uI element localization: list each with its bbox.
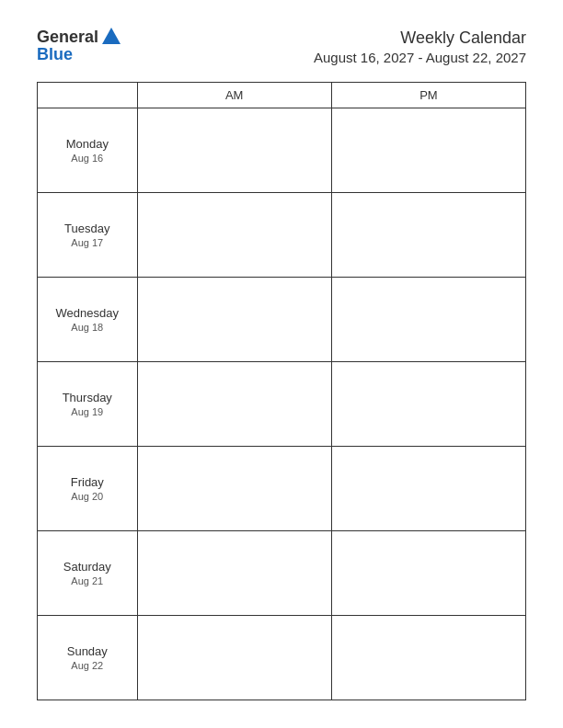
pm-cell-sunday <box>331 615 525 700</box>
am-cell-tuesday <box>137 192 331 277</box>
day-date: Aug 19 <box>41 406 133 417</box>
calendar-title: Weekly Calendar <box>314 28 526 49</box>
logo-triangle-icon <box>102 28 121 44</box>
am-cell-wednesday <box>137 277 331 361</box>
day-name: Saturday <box>41 560 133 574</box>
table-row: ThursdayAug 19 <box>38 361 526 446</box>
day-name: Monday <box>41 137 133 151</box>
day-name: Wednesday <box>41 306 133 320</box>
col-header-pm: PM <box>331 82 525 108</box>
day-name: Thursday <box>41 391 133 404</box>
pm-cell-saturday <box>331 530 525 615</box>
logo-blue: Blue <box>37 46 73 63</box>
day-cell-thursday: ThursdayAug 19 <box>38 361 138 446</box>
col-header-empty <box>38 82 138 108</box>
am-cell-sunday <box>137 615 331 700</box>
day-cell-wednesday: WednesdayAug 18 <box>38 277 138 361</box>
day-cell-saturday: SaturdayAug 21 <box>38 530 138 615</box>
day-name: Sunday <box>41 644 133 658</box>
day-date: Aug 18 <box>41 322 133 333</box>
day-date: Aug 21 <box>41 575 133 586</box>
table-row: FridayAug 20 <box>38 446 526 530</box>
logo-general: General <box>37 28 98 45</box>
day-cell-monday: MondayAug 16 <box>38 108 138 192</box>
col-header-am: AM <box>137 82 331 108</box>
day-cell-tuesday: TuesdayAug 17 <box>38 192 138 277</box>
day-name: Tuesday <box>41 222 133 235</box>
title-area: Weekly Calendar August 16, 2027 - August… <box>314 28 526 67</box>
table-row: MondayAug 16 <box>38 108 526 192</box>
table-row: TuesdayAug 17 <box>38 192 526 277</box>
pm-cell-thursday <box>331 361 525 446</box>
day-cell-friday: FridayAug 20 <box>38 446 138 530</box>
table-row: WednesdayAug 18 <box>38 277 526 361</box>
day-date: Aug 20 <box>41 491 133 502</box>
am-cell-friday <box>137 446 331 530</box>
calendar-table: AM PM MondayAug 16TuesdayAug 17Wednesday… <box>37 82 526 700</box>
table-row: SaturdayAug 21 <box>38 530 526 615</box>
logo: General Blue <box>37 28 121 63</box>
pm-cell-friday <box>331 446 525 530</box>
pm-cell-wednesday <box>331 277 525 361</box>
page: General Blue Weekly Calendar August 16, … <box>0 0 563 728</box>
date-range: August 16, 2027 - August 22, 2027 <box>314 49 526 67</box>
pm-cell-tuesday <box>331 192 525 277</box>
am-cell-saturday <box>137 530 331 615</box>
day-date: Aug 16 <box>41 153 133 164</box>
am-cell-monday <box>137 108 331 192</box>
day-cell-sunday: SundayAug 22 <box>38 615 138 700</box>
table-row: SundayAug 22 <box>38 615 526 700</box>
am-cell-thursday <box>137 361 331 446</box>
table-header-row: AM PM <box>38 82 526 108</box>
pm-cell-monday <box>331 108 525 192</box>
day-name: Friday <box>41 475 133 489</box>
header: General Blue Weekly Calendar August 16, … <box>37 28 526 67</box>
day-date: Aug 17 <box>41 237 133 248</box>
day-date: Aug 22 <box>41 660 133 671</box>
